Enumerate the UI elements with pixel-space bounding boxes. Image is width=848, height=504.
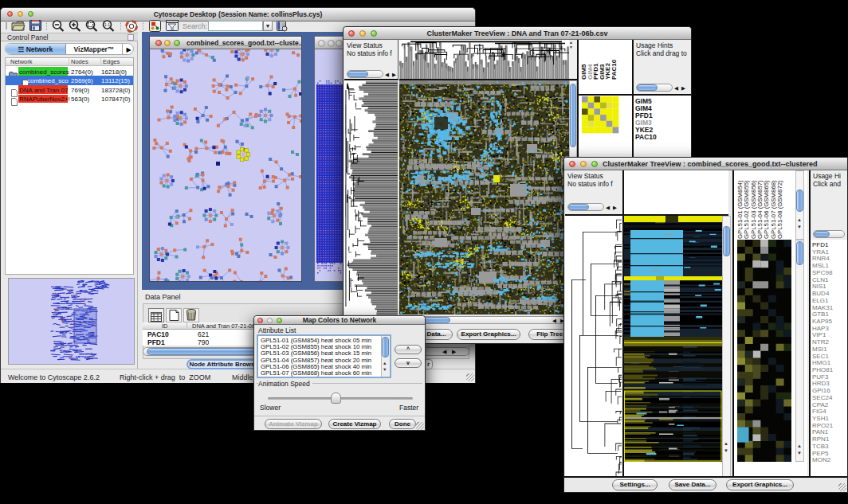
svg-text:1:1: 1:1 — [104, 22, 110, 27]
